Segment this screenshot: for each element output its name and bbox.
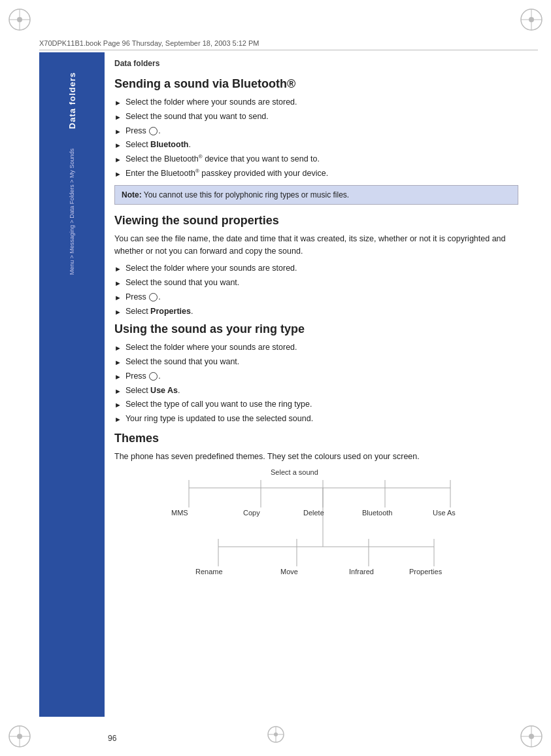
bullet-text: Select the type of call you want to use …	[125, 398, 312, 411]
section3-bullets: ► Select the folder where your sounds ar…	[114, 341, 518, 425]
circle-button-icon	[149, 127, 158, 135]
list-item: ► Select the Bluetooth® device that you …	[114, 153, 518, 165]
section3-heading: Using the sound as your ring type	[114, 322, 518, 336]
sidebar-title: Data folders	[67, 72, 77, 129]
section1-heading: Sending a sound via Bluetooth®	[114, 77, 518, 91]
bullet-text: Select the sound that you want to send.	[125, 111, 269, 123]
list-item: ► Select Use As.	[114, 385, 518, 397]
list-item: ► Press .	[114, 125, 518, 137]
list-item: ► Select the sound that you want.	[114, 356, 518, 368]
section2-heading: Viewing the sound properties	[114, 214, 518, 228]
diagram-label-useas: Use As	[433, 509, 456, 517]
note-box: Note: You cannot use this for polyphonic…	[114, 185, 518, 205]
bullet-text: Select Properties.	[125, 305, 193, 318]
bullet-text: Select the folder where your sounds are …	[125, 341, 297, 354]
bullet-text: Enter the Bluetooth® passkey provided wi…	[125, 167, 328, 180]
diagram-label-bluetooth: Bluetooth	[362, 509, 392, 517]
diagram-label-mms: MMS	[171, 509, 188, 517]
bullet-text: Press .	[125, 125, 161, 137]
list-item: ► Select the folder where your sounds ar…	[114, 96, 518, 109]
section-properties: Viewing the sound properties You can see…	[114, 214, 518, 318]
bullet-text: Select the sound that you want.	[125, 356, 239, 368]
circle-button-icon	[149, 372, 158, 381]
bullet-arrow-icon: ►	[114, 140, 122, 151]
corner-decoration-bl	[7, 723, 33, 749]
header-text: X70DPK11B1.book Page 96 Thursday, Septem…	[39, 39, 259, 47]
bullet-text: Press .	[125, 370, 161, 383]
bullet-arrow-icon: ►	[114, 386, 122, 397]
section-themes: Themes The phone has seven predefined th…	[114, 432, 518, 593]
diagram-label-rename: Rename	[195, 568, 223, 576]
bullet-arrow-icon: ►	[114, 414, 122, 425]
section4-body: The phone has seven predefined themes. T…	[114, 451, 518, 463]
diagram-label-delete: Delete	[303, 509, 324, 517]
section2-body: You can see the file name, the date and …	[114, 233, 518, 258]
bullet-text: Select the Bluetooth® device that you wa…	[125, 153, 320, 165]
bullet-text: Select Use As.	[125, 385, 180, 397]
header-bar: X70DPK11B1.book Page 96 Thursday, Septem…	[39, 36, 538, 50]
sidebar: Data folders Menu > Messaging > Data Fol…	[39, 52, 105, 717]
list-item: ► Select the sound that you want to send…	[114, 111, 518, 123]
corner-decoration-tr	[518, 7, 544, 33]
circle-button-icon	[149, 293, 158, 301]
bullet-arrow-icon: ►	[114, 400, 122, 411]
list-item: ► Select the sound that you want.	[114, 277, 518, 289]
diagram-label-infrared: Infrared	[349, 568, 374, 576]
list-item: ► Press .	[114, 291, 518, 303]
corner-decoration-br	[518, 723, 544, 749]
bullet-text: Select the sound that you want.	[125, 277, 239, 289]
list-item: ► Your ring type is updated to use the s…	[114, 413, 518, 425]
bullet-arrow-icon: ►	[114, 112, 122, 123]
section-ringtype: Using the sound as your ring type ► Sele…	[114, 322, 518, 425]
list-item: ► Select Bluetooth.	[114, 139, 518, 151]
sidebar-subtitle: Menu > Messaging > Data Folders > My Sou…	[68, 148, 76, 275]
bullet-arrow-icon: ►	[114, 97, 122, 109]
list-item: ► Select the type of call you want to us…	[114, 398, 518, 411]
bullet-arrow-icon: ►	[114, 371, 122, 383]
bullet-arrow-icon: ►	[114, 264, 122, 275]
bottom-center-decoration	[266, 725, 286, 744]
phone-diagram: Select a sound M	[153, 468, 480, 593]
list-item: ► Select the folder where your sounds ar…	[114, 341, 518, 354]
page-number: 96	[108, 734, 116, 743]
bullet-arrow-icon: ►	[114, 126, 122, 137]
bullet-arrow-icon: ►	[114, 292, 122, 303]
list-item: ► Press .	[114, 370, 518, 383]
section-main-title: Data folders	[114, 59, 518, 68]
bullet-arrow-icon: ►	[114, 154, 122, 165]
diagram-label-properties: Properties	[409, 568, 442, 576]
bullet-arrow-icon: ►	[114, 343, 122, 354]
list-item: ► Enter the Bluetooth® passkey provided …	[114, 167, 518, 180]
section2-bullets: ► Select the folder where your sounds ar…	[114, 262, 518, 317]
section4-heading: Themes	[114, 432, 518, 445]
corner-decoration-tl	[7, 7, 33, 33]
bullet-text: Your ring type is updated to use the sel…	[125, 413, 313, 425]
list-item: ► Select the folder where your sounds ar…	[114, 262, 518, 275]
bullet-arrow-icon: ►	[114, 357, 122, 368]
diagram-label-move: Move	[280, 568, 298, 576]
section1-bullets: ► Select the folder where your sounds ar…	[114, 96, 518, 180]
bullet-text: Select the folder where your sounds are …	[125, 262, 297, 275]
bullet-arrow-icon: ►	[114, 307, 122, 318]
bullet-text: Select the folder where your sounds are …	[125, 96, 297, 109]
list-item: ► Select Properties.	[114, 305, 518, 318]
main-content: Data folders Sending a sound via Bluetoo…	[108, 52, 531, 717]
bullet-text: Press .	[125, 291, 161, 303]
note-text: Note: You cannot use this for polyphonic…	[122, 190, 349, 199]
bullet-arrow-icon: ►	[114, 169, 122, 180]
diagram-label-copy: Copy	[243, 509, 260, 517]
section-bluetooth: Sending a sound via Bluetooth® ► Select …	[114, 77, 518, 180]
bullet-text: Select Bluetooth.	[125, 139, 191, 151]
bullet-arrow-icon: ►	[114, 278, 122, 289]
